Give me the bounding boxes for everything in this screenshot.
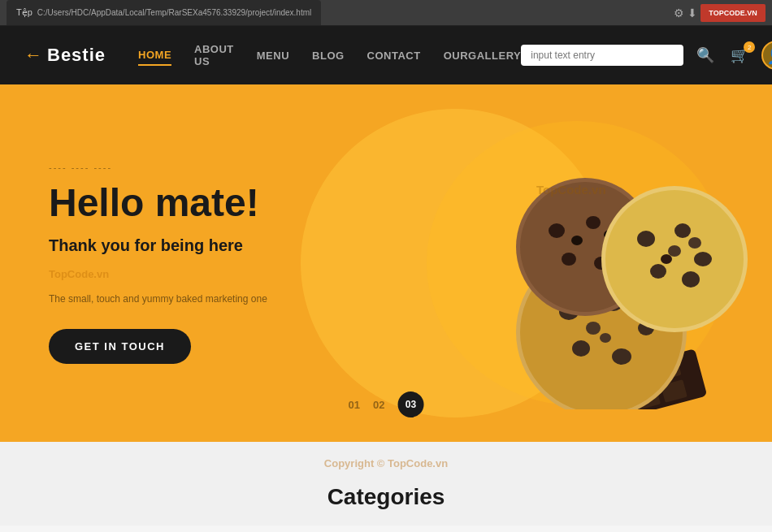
logo-text: Bestie: [47, 45, 106, 66]
svg-point-20: [549, 223, 565, 238]
nav-gallery[interactable]: OURGALLERY: [444, 46, 522, 65]
hero-section: ---- ---- ---- Hello mate! Thank you for…: [0, 84, 772, 442]
cart-button[interactable]: 🛒 2: [727, 43, 752, 67]
hero-description: The small, touch and yummy baked marketi…: [49, 292, 267, 306]
hero-label: ---- ---- ----: [49, 162, 267, 172]
svg-point-28: [605, 190, 744, 328]
browser-icon-2[interactable]: ⬇: [687, 6, 697, 19]
slide-dot-3[interactable]: 03: [397, 391, 423, 417]
svg-point-23: [562, 253, 576, 266]
svg-point-31: [694, 252, 712, 266]
hero-cta-button[interactable]: GET IN TOUCH: [49, 329, 191, 364]
svg-point-32: [650, 264, 666, 279]
browser-chrome: Tệp C:/Users/HDC/AppData/Local/Temp/RarS…: [0, 0, 772, 26]
browser-tab-active[interactable]: Tệp C:/Users/HDC/AppData/Local/Temp/RarS…: [7, 0, 321, 25]
site-logo[interactable]: ← Bestie: [24, 45, 106, 66]
svg-point-33: [682, 271, 700, 288]
topcode-badge: TOPCODE.VN: [700, 4, 765, 22]
copyright-text: Copyright © TopCode.vn: [324, 457, 448, 469]
svg-point-30: [674, 223, 691, 238]
user-avatar[interactable]: 👤: [761, 41, 772, 70]
cart-badge: 2: [744, 41, 755, 53]
tab-label: Tệp: [16, 7, 33, 18]
slide-dot-2[interactable]: 02: [373, 399, 384, 411]
hero-subtitle: Thank you for being here: [49, 236, 267, 255]
search-input[interactable]: [521, 45, 683, 66]
slide-dot-1[interactable]: 01: [349, 399, 360, 411]
svg-point-29: [637, 231, 655, 247]
svg-point-34: [668, 245, 681, 257]
slide-indicators: 01 02 03: [349, 391, 424, 417]
avatar-icon: 👤: [766, 45, 772, 65]
svg-text:TopCode.vn: TopCode.vn: [536, 183, 606, 197]
browser-icon-1[interactable]: ⚙: [674, 6, 684, 19]
hero-food-image: TopCode.vn: [406, 117, 748, 409]
site-nav: HOME ABOUT US MENU BLOG CONTACT OURGALLE…: [138, 40, 521, 71]
hero-content: ---- ---- ---- Hello mate! Thank you for…: [0, 162, 316, 364]
nav-right: 🔍 🛒 2 👤: [521, 41, 772, 70]
hero-title: Hello mate!: [49, 182, 267, 225]
svg-point-36: [688, 237, 701, 249]
tab-url: C:/Users/HDC/AppData/Local/Temp/RarSEXa4…: [37, 8, 311, 17]
nav-about[interactable]: ABOUT US: [194, 40, 234, 71]
hero-watermark: TopCode.vn: [49, 268, 267, 280]
site-navbar: ← Bestie HOME ABOUT US MENU BLOG CONTACT…: [0, 26, 772, 84]
nav-menu[interactable]: MENU: [257, 46, 289, 65]
svg-point-15: [586, 322, 601, 335]
browser-tabs: Tệp C:/Users/HDC/AppData/Local/Temp/RarS…: [7, 0, 667, 25]
categories-title: Categories: [327, 484, 445, 510]
svg-point-21: [586, 216, 601, 229]
nav-blog[interactable]: BLOG: [312, 46, 345, 65]
nav-home[interactable]: HOME: [138, 45, 171, 66]
svg-point-14: [612, 348, 631, 365]
search-button[interactable]: 🔍: [693, 43, 718, 67]
svg-point-17: [600, 333, 611, 343]
logo-icon: ←: [24, 45, 42, 66]
browser-icons: ⚙ ⬇ TOPCODE.VN: [674, 4, 765, 22]
footer-section: Copyright © TopCode.vn Categories: [0, 442, 772, 526]
nav-contact[interactable]: CONTACT: [367, 46, 421, 65]
svg-point-35: [661, 254, 672, 264]
svg-point-13: [572, 340, 590, 357]
svg-point-25: [571, 236, 583, 245]
